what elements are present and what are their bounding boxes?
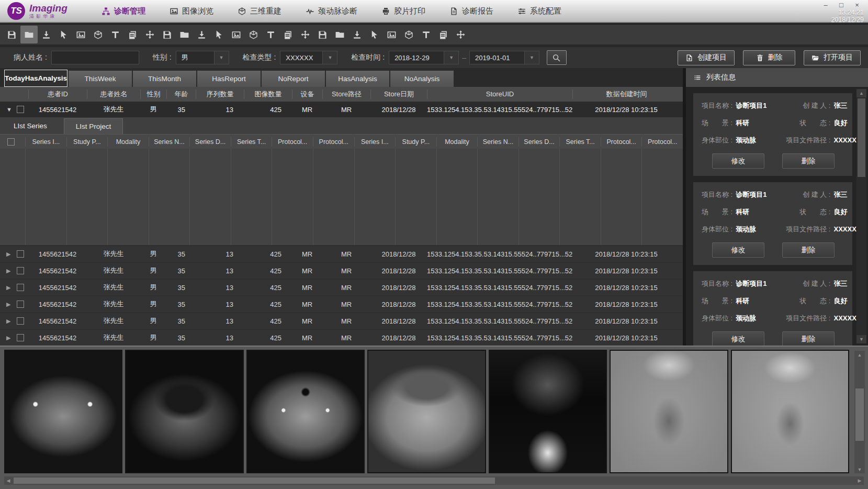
menu-item-诊断管理[interactable]: 诊断管理 — [102, 6, 145, 16]
expand-arrow-icon[interactable]: ▶ — [6, 284, 13, 291]
toolbar-move-button[interactable] — [452, 26, 469, 43]
scroll-up-icon[interactable]: ▲ — [854, 351, 865, 359]
series-column-header[interactable]: Study P... — [66, 137, 108, 147]
thumbnail-mri-axial-3[interactable] — [246, 350, 365, 473]
patient-row-expanded[interactable]: ▼1455621542张先生男3513425MRMR2018/12/281533… — [0, 102, 683, 117]
tab-NoReport[interactable]: NoReport — [262, 71, 325, 87]
expand-arrow-icon[interactable]: ▶ — [6, 335, 13, 341]
thumbnail-mri-coronal-light-2[interactable] — [731, 350, 849, 473]
select-all-checkbox[interactable] — [7, 138, 15, 146]
series-column-header[interactable]: Series D... — [518, 137, 560, 147]
series-column-header[interactable]: Series N... — [477, 137, 518, 147]
toolbar-image-button[interactable] — [72, 26, 89, 43]
column-header-Store日期[interactable]: Store日期 — [370, 90, 427, 99]
scroll-left-icon[interactable]: ◀ — [4, 476, 13, 485]
toolbar-download-button[interactable] — [38, 26, 55, 43]
chevron-down-icon[interactable]: ▼ — [322, 51, 337, 64]
thumbnail-mri-axial-4[interactable] — [367, 350, 486, 473]
toolbar-move-button[interactable] — [297, 26, 314, 43]
toolbar-move-button[interactable] — [141, 26, 159, 43]
date-from-picker[interactable]: 2018-12-29 ▼ — [389, 51, 459, 64]
toolbar-text-button[interactable] — [262, 26, 279, 43]
action-button-file-plus[interactable]: 创建项目 — [678, 50, 735, 65]
tab-HasReport[interactable]: HasReport — [197, 71, 261, 87]
series-column-header[interactable]: Modality — [436, 137, 478, 147]
expand-arrow-icon[interactable]: ▶ — [6, 301, 13, 308]
series-column-header[interactable]: Series I... — [354, 137, 396, 147]
tab-ThisMonth[interactable]: ThisMonth — [133, 71, 196, 87]
column-header-患者姓名[interactable]: 患者姓名 — [87, 90, 140, 99]
thumbnail-horizontal-scrollbar[interactable]: ◀ ▶ — [4, 476, 864, 485]
exam-type-select[interactable]: XXXXXX ▼ — [280, 51, 337, 64]
delete-button[interactable]: 删除 — [782, 153, 835, 169]
menu-item-系统配置[interactable]: 系统配置 — [517, 6, 561, 16]
panel-scrollbar-thumb[interactable] — [858, 98, 865, 177]
scroll-right-icon[interactable]: ▶ — [855, 476, 864, 485]
tab-ThisWeek[interactable]: ThisWeek — [69, 71, 132, 87]
toolbar-floppy-button[interactable] — [314, 26, 331, 43]
series-column-header[interactable]: Series D... — [189, 137, 231, 147]
patient-row[interactable]: ▶1455621542张先生男3513425MRMR2018/12/281533… — [0, 263, 683, 279]
toolbar-floppy-button[interactable] — [159, 26, 176, 43]
collapse-arrow-icon[interactable]: ▼ — [6, 106, 13, 113]
chevron-down-icon[interactable]: ▼ — [444, 51, 458, 64]
row-checkbox[interactable] — [17, 106, 24, 113]
toolbar-floppy-button[interactable] — [3, 26, 20, 43]
thumbnail-vertical-scrollbar[interactable]: ▲ ▼ — [854, 351, 865, 473]
toolbar-folder-button[interactable] — [20, 26, 38, 43]
menu-item-胶片打印[interactable]: 胶片打印 — [381, 6, 425, 16]
series-column-header[interactable]: Protocol... — [272, 137, 313, 147]
scroll-up-icon[interactable]: ▲ — [856, 89, 866, 97]
expand-arrow-icon[interactable]: ▶ — [6, 268, 13, 274]
toolbar-document-button[interactable] — [124, 26, 141, 43]
toolbar-cube-button[interactable] — [400, 26, 418, 43]
thumbnail-mri-coronal-dark[interactable] — [489, 350, 607, 473]
thumbnail-mri-axial-1[interactable] — [4, 350, 122, 473]
toolbar-folder-button[interactable] — [176, 26, 193, 43]
modify-button[interactable]: 修改 — [712, 331, 764, 346]
column-header-StoreUID[interactable]: StoreUID — [427, 90, 572, 99]
tab-TodayHasAnalysis[interactable]: TodayHasAnalysis — [4, 70, 67, 87]
series-column-header[interactable]: Protocol... — [641, 137, 683, 147]
toolbar-cube-button[interactable] — [245, 26, 262, 43]
series-column-header[interactable]: Series T... — [231, 137, 272, 147]
column-header-序列数量[interactable]: 序列数量 — [196, 90, 244, 99]
series-column-header[interactable]: Study P... — [395, 137, 436, 147]
delete-button[interactable]: 删除 — [782, 242, 835, 258]
modify-button[interactable]: 修改 — [712, 153, 764, 169]
toolbar-cube-button[interactable] — [89, 26, 107, 43]
expand-arrow-icon[interactable]: ▶ — [6, 318, 13, 325]
column-header-患者ID[interactable]: 患者ID — [28, 90, 87, 99]
toolbar-download-button[interactable] — [348, 26, 366, 43]
date-to-picker[interactable]: 2019-01-01 ▼ — [469, 51, 539, 64]
row-checkbox[interactable] — [17, 267, 24, 274]
thumbnail-mri-coronal-light-1[interactable] — [610, 350, 728, 473]
panel-scrollbar[interactable]: ▲ ▼ — [856, 89, 866, 343]
toolbar-image-button[interactable] — [228, 26, 245, 43]
toolbar-text-button[interactable] — [107, 26, 124, 43]
toolbar-cursor-button[interactable] — [210, 26, 228, 43]
row-checkbox[interactable] — [17, 301, 24, 308]
maximize-button[interactable]: □ — [835, 1, 848, 9]
delete-button[interactable]: 删除 — [782, 331, 835, 346]
patient-row[interactable]: ▶1455621542张先生男3513425MRMR2018/12/281533… — [0, 296, 683, 312]
horizontal-scrollbar-thumb[interactable] — [14, 477, 495, 484]
close-button[interactable]: × — [850, 1, 864, 9]
gender-select[interactable]: 男 ▼ — [176, 51, 229, 64]
column-header-设备[interactable]: 设备 — [292, 90, 322, 99]
chevron-down-icon[interactable]: ▼ — [214, 51, 229, 64]
series-column-header[interactable]: Protocol... — [601, 137, 642, 147]
patient-row[interactable]: ▶1455621542张先生男3513425MRMR2018/12/281533… — [0, 280, 683, 295]
toolbar-image-button[interactable] — [383, 26, 400, 43]
thumbnail-mri-axial-2[interactable] — [125, 350, 243, 473]
series-column-header[interactable]: Protocol... — [313, 137, 354, 147]
column-header-Store路径[interactable]: Store路径 — [322, 90, 370, 99]
scroll-down-icon[interactable]: ▼ — [854, 465, 865, 473]
search-button[interactable] — [547, 50, 567, 65]
patient-name-input[interactable] — [51, 51, 139, 64]
vertical-scrollbar-thumb[interactable] — [855, 388, 864, 441]
row-checkbox[interactable] — [17, 334, 24, 341]
column-header-图像数量[interactable]: 图像数量 — [244, 90, 292, 99]
column-header-数据创建时间[interactable]: 数据创建时间 — [572, 90, 680, 99]
row-checkbox[interactable] — [17, 250, 24, 258]
